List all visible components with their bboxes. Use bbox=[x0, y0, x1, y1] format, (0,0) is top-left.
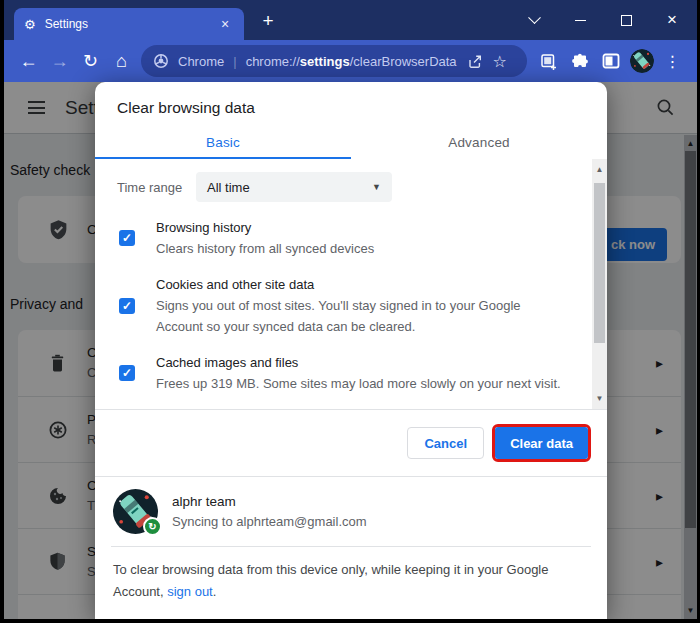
sign-out-link[interactable]: sign out bbox=[167, 584, 213, 599]
close-button[interactable]: × bbox=[649, 4, 695, 36]
share-icon[interactable] bbox=[467, 54, 483, 69]
home-button[interactable]: ⌂ bbox=[106, 46, 137, 76]
browser-tab-settings[interactable]: ⚙ Settings × bbox=[14, 8, 244, 40]
check-icon: ✓ bbox=[122, 367, 132, 379]
browser-window: ⚙ Settings × + × ← → ↻ ⌂ Chrome | chrome… bbox=[4, 0, 697, 619]
search-engine-label: Chrome bbox=[178, 54, 224, 69]
avatar-image bbox=[630, 49, 654, 73]
check-icon: ✓ bbox=[122, 300, 132, 312]
menu-three-dots-icon[interactable]: ⋮ bbox=[657, 46, 688, 76]
reload-button[interactable]: ↻ bbox=[75, 46, 106, 76]
checkbox-row-cookies: ✓ Cookies and other site data Signs you … bbox=[117, 274, 563, 337]
checkbox-row-browsing-history: ✓ Browsing history Clears history from a… bbox=[117, 217, 563, 259]
checkbox-cookies[interactable]: ✓ bbox=[119, 298, 135, 314]
new-tab-button[interactable]: + bbox=[256, 9, 280, 33]
screenshot-capture-icon[interactable] bbox=[533, 46, 564, 76]
extensions-icon[interactable] bbox=[564, 46, 595, 76]
highlight-ring: Clear data bbox=[492, 424, 591, 462]
title-bar: ⚙ Settings × + × bbox=[4, 0, 697, 40]
chrome-logo-icon bbox=[153, 53, 169, 69]
account-section: ↻ alphr team Syncing to alphrteam@gmail.… bbox=[95, 476, 607, 546]
time-range-select[interactable]: All time ▼ bbox=[196, 172, 392, 202]
minimize-icon bbox=[575, 20, 586, 21]
checkbox-desc: Clears history from all synced devices bbox=[156, 238, 374, 259]
checkbox-cached-images[interactable]: ✓ bbox=[119, 365, 135, 381]
browser-toolbar: ← → ↻ ⌂ Chrome | chrome://settings/clear… bbox=[4, 40, 697, 82]
url-host: settings bbox=[300, 54, 350, 69]
checkbox-title: Browsing history bbox=[156, 217, 374, 238]
checkbox-title: Cached images and files bbox=[156, 352, 561, 373]
forward-button[interactable]: → bbox=[44, 46, 75, 76]
side-panel-icon[interactable] bbox=[595, 46, 626, 76]
tab-title: Settings bbox=[45, 17, 216, 31]
gear-icon: ⚙ bbox=[24, 18, 36, 31]
checkbox-browsing-history[interactable]: ✓ bbox=[119, 230, 135, 246]
profile-avatar[interactable] bbox=[626, 46, 657, 76]
dialog-title: Clear browsing data bbox=[95, 82, 607, 127]
sync-badge-icon: ↻ bbox=[143, 517, 162, 536]
dialog-footer-note: To clear browsing data from this device … bbox=[95, 547, 607, 619]
account-name: alphr team bbox=[172, 492, 367, 512]
toolbar-actions: ⋮ bbox=[533, 46, 688, 76]
cancel-button[interactable]: Cancel bbox=[407, 427, 484, 459]
time-range-value: All time bbox=[207, 180, 250, 195]
window-controls: × bbox=[511, 4, 695, 36]
address-bar[interactable]: Chrome | chrome://settings/clearBrowserD… bbox=[141, 45, 527, 77]
time-range-row: Time range All time ▼ bbox=[117, 172, 563, 202]
url-path: /clearBrowserData bbox=[350, 54, 457, 69]
tab-close-icon[interactable]: × bbox=[216, 15, 234, 33]
tab-basic[interactable]: Basic bbox=[95, 127, 351, 159]
time-range-label: Time range bbox=[117, 180, 196, 195]
bookmark-star-icon[interactable]: ☆ bbox=[493, 52, 507, 71]
chevron-down-icon bbox=[528, 11, 541, 24]
account-avatar: ↻ bbox=[113, 489, 158, 534]
dialog-scrollbar[interactable]: ▲ ▼ bbox=[592, 159, 607, 409]
scrollbar-thumb[interactable] bbox=[594, 183, 605, 343]
dialog-scroll-area: Time range All time ▼ ✓ Browsing history… bbox=[95, 159, 607, 409]
checkbox-desc: Frees up 319 MB. Some sites may load mor… bbox=[156, 373, 561, 394]
footer-text-end: . bbox=[213, 584, 217, 599]
scroll-up-icon[interactable]: ▲ bbox=[592, 165, 607, 174]
checkbox-title: Cookies and other site data bbox=[156, 274, 563, 295]
clear-data-button[interactable]: Clear data bbox=[495, 427, 588, 459]
dropdown-caret-icon: ▼ bbox=[372, 182, 381, 192]
maximize-button[interactable] bbox=[603, 4, 649, 36]
tab-search-button[interactable] bbox=[511, 4, 557, 36]
tab-advanced[interactable]: Advanced bbox=[351, 127, 607, 159]
back-button[interactable]: ← bbox=[13, 46, 44, 76]
checkbox-row-cached-images: ✓ Cached images and files Frees up 319 M… bbox=[117, 352, 563, 394]
omnibox-divider: | bbox=[233, 54, 236, 69]
checkbox-desc: Signs you out of most sites. You'll stay… bbox=[156, 295, 563, 337]
url-scheme: chrome:// bbox=[246, 54, 300, 69]
dialog-tabs: Basic Advanced bbox=[95, 127, 607, 159]
dialog-actions: Cancel Clear data bbox=[95, 410, 607, 476]
url-text: chrome://settings/clearBrowserData bbox=[246, 54, 457, 69]
minimize-button[interactable] bbox=[557, 4, 603, 36]
maximize-icon bbox=[621, 15, 632, 26]
clear-browsing-data-dialog: Clear browsing data Basic Advanced Time … bbox=[95, 82, 607, 619]
check-icon: ✓ bbox=[122, 232, 132, 244]
account-sync-status: Syncing to alphrteam@gmail.com bbox=[172, 512, 367, 532]
scroll-down-icon[interactable]: ▼ bbox=[592, 394, 607, 403]
